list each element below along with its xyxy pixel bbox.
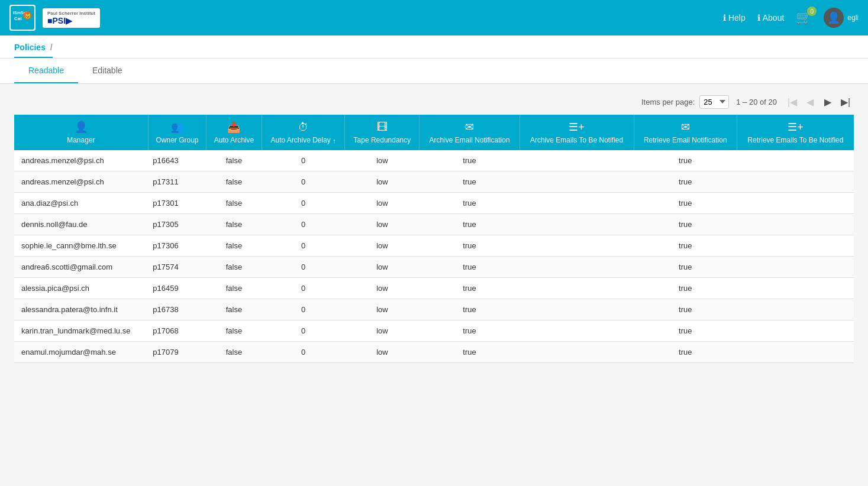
col-header-auto-archive[interactable]: 📥 Auto Archive — [206, 115, 262, 150]
table-cell: true — [420, 171, 519, 193]
table-cell: 0 — [262, 257, 345, 278]
table-cell: true — [420, 257, 519, 278]
table-cell: 0 — [262, 193, 345, 214]
table-cell: low — [345, 257, 420, 278]
about-icon: ℹ — [757, 13, 760, 22]
col-header-auto-archive-delay[interactable]: ⏱ Auto Archive Delay ↑ — [262, 115, 345, 150]
col-label-archive-emails-notified: Archive Emails To Be Notified — [530, 136, 623, 144]
sort-icon-delay: ↑ — [333, 137, 336, 144]
prev-page-button[interactable]: ◀ — [802, 93, 818, 110]
table-cell — [737, 278, 854, 299]
table-cell: low — [345, 193, 420, 214]
pagination-controls: |◀ ◀ ▶ ▶| — [784, 93, 854, 110]
table-header-row: 👤 Manager 👥 Owner Group 📥 Auto Archive ⏱… — [14, 115, 854, 150]
table-cell: 0 — [262, 235, 345, 257]
col-label-retrieve-emails-notified: Retrieve Emails To Be Notified — [748, 136, 844, 144]
table-controls: Items per page: 10 25 50 100 1 – 20 of 2… — [14, 93, 854, 110]
breadcrumb[interactable]: Policies / — [14, 43, 53, 58]
table-cell: false — [206, 150, 262, 171]
table-cell — [737, 214, 854, 235]
col-header-retrieve-emails-to-be-notified[interactable]: ☰+ Retrieve Emails To Be Notified — [737, 115, 854, 150]
col-header-retrieve-email-notification[interactable]: ✉ Retrieve Email Notification — [634, 115, 737, 150]
owner-group-icon: 👥 — [153, 121, 202, 134]
table-cell: true — [420, 214, 519, 235]
table-cell: alessia.pica@psi.ch — [14, 278, 148, 299]
table-cell: true — [634, 193, 737, 214]
table-row: dennis.noll@fau.dep17305false0lowtruetru… — [14, 214, 854, 235]
user-menu[interactable]: 👤 egli — [824, 8, 859, 28]
col-header-manager[interactable]: 👤 Manager — [14, 115, 148, 150]
table-cell — [519, 235, 634, 257]
table-cell: p17068 — [148, 320, 206, 342]
table-cell: 0 — [262, 214, 345, 235]
table-cell: true — [634, 320, 737, 342]
svg-text:Cat: Cat — [14, 16, 22, 21]
tape-redundancy-icon: 🎞 — [350, 121, 414, 134]
table-cell: false — [206, 299, 262, 320]
table-cell — [519, 214, 634, 235]
table-cell: true — [420, 150, 519, 171]
table-cell: false — [206, 278, 262, 299]
table-cell: dennis.noll@fau.de — [14, 214, 148, 235]
table-cell: p17306 — [148, 235, 206, 257]
table-cell: 0 — [262, 150, 345, 171]
col-label-tape-redundancy: Tape Redundancy — [354, 136, 411, 144]
table-cell: low — [345, 278, 420, 299]
header-nav: ℹ Help ℹ About 🛒 0 👤 egli — [723, 8, 859, 28]
table-cell: true — [634, 214, 737, 235]
table-cell — [519, 193, 634, 214]
table-cell: false — [206, 342, 262, 363]
col-header-owner-group[interactable]: 👥 Owner Group — [148, 115, 206, 150]
col-label-manager: Manager — [67, 136, 95, 144]
table-cell: p16738 — [148, 299, 206, 320]
table-cell: low — [345, 235, 420, 257]
tab-editable[interactable]: Editable — [78, 59, 137, 83]
table-cell: true — [420, 320, 519, 342]
table-cell: sophie.le_cann@bme.lth.se — [14, 235, 148, 257]
table-cell: 0 — [262, 299, 345, 320]
table-cell: true — [634, 171, 737, 193]
table-cell: andrea6.scotti@gmail.com — [14, 257, 148, 278]
per-page-select[interactable]: 10 25 50 100 — [699, 95, 729, 109]
table-cell: true — [420, 193, 519, 214]
table-cell: p16643 — [148, 150, 206, 171]
table-cell — [737, 171, 854, 193]
cart-button[interactable]: 🛒 0 — [796, 10, 812, 25]
about-label: About — [763, 13, 785, 22]
table-cell — [737, 320, 854, 342]
table-body: andreas.menzel@psi.chp16643false0lowtrue… — [14, 150, 854, 363]
table-cell: low — [345, 171, 420, 193]
pagination-info: 1 – 20 of 20 — [736, 98, 777, 106]
table-row: enamul.mojumdar@mah.sep17079false0lowtru… — [14, 342, 854, 363]
col-label-auto-archive-delay: Auto Archive Delay — [270, 136, 330, 144]
help-nav-item[interactable]: ℹ Help — [723, 13, 746, 22]
col-label-archive-email-notification: Archive Email Notification — [430, 136, 510, 144]
last-page-button[interactable]: ▶| — [837, 93, 854, 110]
tabs: Readable Editable — [14, 59, 854, 83]
table-cell — [737, 257, 854, 278]
table-row: andreas.menzel@psi.chp16643false0lowtrue… — [14, 150, 854, 171]
table-cell: p17574 — [148, 257, 206, 278]
col-header-archive-email-notification[interactable]: ✉ Archive Email Notification — [420, 115, 519, 150]
tab-readable[interactable]: Readable — [14, 59, 78, 83]
about-nav-item[interactable]: ℹ About — [757, 13, 785, 22]
table-cell: p17301 — [148, 193, 206, 214]
archive-email-notification-icon: ✉ — [424, 121, 514, 134]
table-cell — [519, 171, 634, 193]
table-area: Items per page: 10 25 50 100 1 – 20 of 2… — [0, 84, 868, 372]
table-row: andreas.menzel@psi.chp17311false0lowtrue… — [14, 171, 854, 193]
col-header-tape-redundancy[interactable]: 🎞 Tape Redundancy — [345, 115, 420, 150]
items-per-page-control: Items per page: 10 25 50 100 — [641, 95, 729, 109]
first-page-button[interactable]: |◀ — [784, 93, 801, 110]
table-cell: false — [206, 320, 262, 342]
table-cell: true — [420, 342, 519, 363]
table-cell: p16459 — [148, 278, 206, 299]
col-header-archive-emails-to-be-notified[interactable]: ☰+ Archive Emails To Be Notified — [519, 115, 634, 150]
table-cell: low — [345, 320, 420, 342]
svg-text:🐱: 🐱 — [25, 13, 31, 19]
table-cell: false — [206, 257, 262, 278]
next-page-button[interactable]: ▶ — [819, 93, 836, 110]
table-cell: false — [206, 193, 262, 214]
table-cell: true — [420, 235, 519, 257]
col-label-retrieve-email-notification: Retrieve Email Notification — [644, 136, 727, 144]
